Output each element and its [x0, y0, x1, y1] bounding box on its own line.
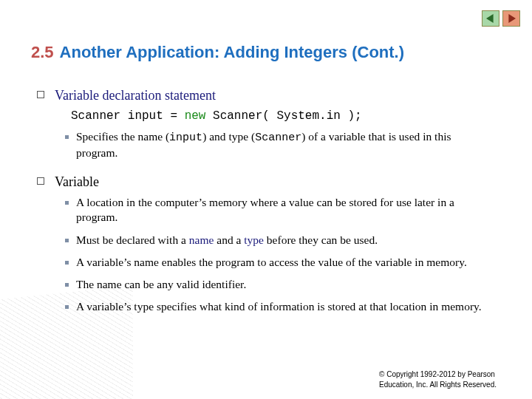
list-item: A variable’s type specifies what kind of…: [65, 299, 495, 314]
list-item-text: A variable’s type specifies what kind of…: [76, 299, 482, 314]
slide-title: 2.5Another Application: Adding Integers …: [31, 43, 404, 62]
list-item: Specifies the name (input) and type (Sca…: [65, 129, 495, 160]
small-square-bullet-icon: [65, 283, 69, 287]
code-text: Scanner input =: [71, 109, 185, 123]
triangle-left-icon: [486, 14, 495, 23]
list-item: A location in the computer’s memory wher…: [65, 195, 495, 225]
small-square-bullet-icon: [65, 305, 69, 309]
prev-slide-button[interactable]: [482, 10, 499, 27]
svg-marker-0: [486, 14, 494, 23]
topic-row: Variable: [55, 174, 495, 191]
topic-row: Variable declaration statement: [55, 87, 495, 104]
section-number: 2.5: [31, 43, 54, 61]
square-bullet-icon: [37, 91, 44, 98]
small-square-bullet-icon: [65, 135, 69, 139]
small-square-bullet-icon: [65, 201, 69, 205]
topic-heading: Variable: [55, 174, 99, 191]
list-item: The name can be any valid identifier.: [65, 277, 495, 292]
slide-content: Variable declaration statement Scanner i…: [55, 87, 495, 321]
section-title: Another Application: Adding Integers (Co…: [54, 43, 404, 61]
topic-heading: Variable declaration statement: [55, 87, 216, 104]
list-item: Must be declared with a name and a type …: [65, 233, 495, 248]
list-item-text: Specifies the name (input) and type (Sca…: [76, 129, 495, 160]
next-slide-button[interactable]: [502, 10, 520, 27]
code-text: Scanner( System.in );: [205, 109, 361, 123]
list-item-text: Must be declared with a name and a type …: [76, 233, 378, 248]
small-square-bullet-icon: [65, 261, 69, 265]
code-snippet: Scanner input = new Scanner( System.in )…: [71, 109, 495, 124]
nav-arrows: [482, 10, 520, 27]
square-bullet-icon: [37, 177, 44, 185]
list-item-text: The name can be any valid identifier.: [76, 277, 246, 292]
small-square-bullet-icon: [65, 239, 69, 242]
list-item-text: A location in the computer’s memory wher…: [76, 195, 495, 225]
footer-line: Education, Inc. All Rights Reserved.: [379, 380, 497, 390]
copyright-footer: © Copyright 1992-2012 by Pearson Educati…: [379, 369, 497, 390]
list-item-text: A variable’s name enables the program to…: [76, 255, 467, 270]
triangle-right-icon: [507, 14, 516, 23]
list-item: A variable’s name enables the program to…: [65, 255, 495, 270]
code-keyword: new: [185, 109, 206, 123]
footer-line: © Copyright 1992-2012 by Pearson: [379, 369, 497, 380]
svg-marker-1: [508, 14, 516, 23]
